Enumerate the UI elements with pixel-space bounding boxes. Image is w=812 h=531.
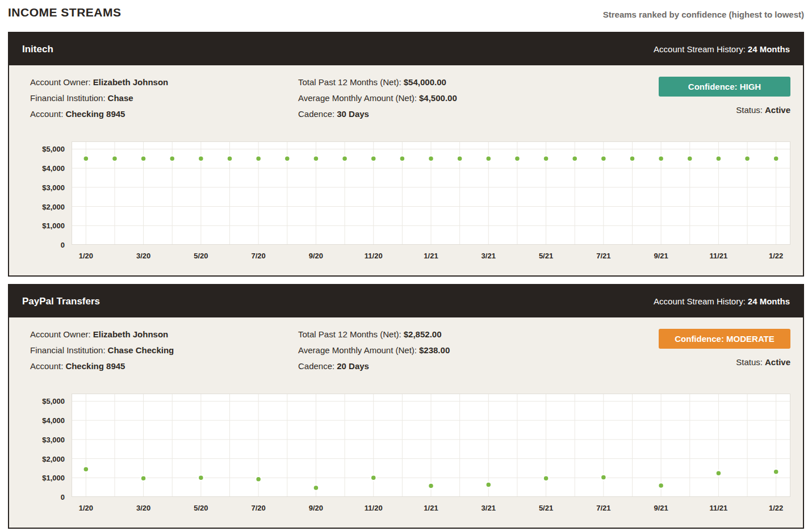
data-point: [112, 156, 118, 161]
y-axis: 0$1,000$2,000$3,000$4,000$5,000: [22, 141, 72, 245]
scatter-plot: [72, 394, 790, 497]
financial-institution-label: Financial Institution:: [30, 345, 106, 355]
average-value: $4,500.00: [419, 93, 457, 103]
account-owner-value: Elizabeth Johnson: [93, 77, 169, 87]
y-axis-tick-label: $2,000: [42, 454, 65, 463]
confidence-status-column: Confidence: HIGH Status:Active: [659, 74, 790, 118]
x-axis-tick-label: 11/20: [365, 252, 383, 260]
x-axis: 1/203/205/207/209/2011/201/213/215/217/2…: [72, 249, 790, 266]
data-point: [141, 475, 147, 481]
data-point: [428, 483, 434, 489]
x-axis-tick-label: 1/21: [424, 504, 438, 512]
x-axis-tick-label: 1/21: [424, 252, 438, 260]
account-owner-label: Account Owner:: [30, 77, 91, 87]
data-point: [715, 470, 721, 476]
status-value: Active: [765, 357, 790, 367]
data-point: [198, 475, 204, 480]
average-monthly-line: Average Monthly Amount (Net):$238.00: [298, 342, 659, 358]
data-point: [485, 482, 491, 487]
x-axis-tick-label: 7/21: [596, 252, 610, 260]
account-owner-label: Account Owner:: [30, 329, 91, 339]
status-label: Status:: [736, 357, 763, 367]
x-axis-tick-label: 9/21: [654, 504, 668, 512]
x-axis-tick-label: 1/22: [769, 504, 783, 512]
average-monthly-line: Average Monthly Amount (Net):$4,500.00: [298, 90, 659, 106]
x-axis-tick-label: 11/21: [709, 504, 727, 512]
cadence-line: Cadence:20 Days: [298, 358, 659, 374]
stream-card-header: PayPal Transfers Account Stream History:…: [9, 285, 803, 317]
total-past-12-months-line: Total Past 12 Months (Net):$2,852.00: [298, 327, 659, 342]
data-point: [256, 156, 261, 161]
x-axis: 1/203/205/207/209/2011/201/213/215/217/2…: [72, 501, 790, 519]
account-owner-line: Account Owner:Elizabeth Johnson: [30, 74, 288, 90]
account-value: Checking 8945: [65, 109, 125, 119]
account-details: Account Owner:Elizabeth Johnson Financia…: [22, 74, 288, 122]
data-point: [687, 156, 693, 161]
confidence-status-column: Confidence: MODERATE Status:Active: [659, 327, 790, 370]
cadence-line: Cadence:30 Days: [298, 106, 659, 122]
y-axis-tick-label: 0: [61, 241, 65, 249]
data-point: [543, 156, 549, 161]
stream-info-row: Account Owner:Elizabeth Johnson Financia…: [22, 327, 790, 374]
cadence-value: 30 Days: [337, 109, 369, 119]
data-point: [428, 156, 434, 161]
y-axis: 0$1,000$2,000$3,000$4,000$5,000: [22, 394, 72, 497]
x-axis-tick-label: 3/21: [482, 504, 496, 512]
stream-card-paypal-transfers: PayPal Transfers Account Stream History:…: [8, 284, 804, 529]
y-axis-tick-label: $5,000: [42, 145, 65, 153]
data-point: [572, 156, 577, 161]
confidence-badge-moderate: Confidence: MODERATE: [659, 329, 790, 349]
stream-card-header: Initech Account Stream History:24 Months: [9, 33, 803, 65]
history-value: 24 Months: [748, 44, 790, 54]
account-stream-history: Account Stream History:24 Months: [654, 44, 790, 54]
x-axis-tick-label: 5/21: [539, 504, 553, 512]
x-axis-tick-label: 5/21: [539, 252, 553, 260]
stream-info-row: Account Owner:Elizabeth Johnson Financia…: [22, 74, 790, 122]
x-axis-tick-label: 5/20: [194, 504, 208, 512]
x-axis-tick-label: 7/20: [252, 252, 266, 260]
y-axis-tick-label: $4,000: [42, 416, 65, 425]
x-axis-tick-label: 1/20: [79, 504, 93, 512]
data-point: [457, 156, 463, 161]
scatter-plot: [72, 141, 790, 245]
account-line: Account:Checking 8945: [30, 358, 288, 374]
average-label: Average Monthly Amount (Net):: [298, 345, 417, 355]
account-label: Account:: [30, 361, 63, 371]
y-axis-tick-label: $2,000: [42, 202, 65, 211]
y-axis-tick-label: $5,000: [42, 397, 65, 405]
data-point: [284, 156, 290, 161]
cadence-label: Cadence:: [298, 109, 334, 119]
data-point: [256, 476, 261, 482]
financial-institution-label: Financial Institution:: [30, 93, 106, 103]
data-point: [773, 469, 779, 475]
x-axis-tick-label: 1/22: [769, 252, 783, 260]
page-title: INCOME STREAMS: [8, 6, 122, 19]
financial-institution-line: Financial Institution:Chase: [30, 90, 288, 106]
financial-institution-value: Chase: [108, 93, 133, 103]
data-point: [198, 156, 204, 161]
page-header: INCOME STREAMS Streams ranked by confide…: [8, 6, 804, 19]
x-axis-tick-label: 9/20: [309, 504, 323, 512]
data-point: [514, 156, 520, 161]
y-axis-tick-label: 0: [61, 493, 65, 501]
account-stream-history: Account Stream History:24 Months: [654, 296, 790, 306]
account-line: Account:Checking 8945: [30, 106, 288, 122]
stream-metrics: Total Past 12 Months (Net):$54,000.00 Av…: [288, 74, 659, 122]
data-point: [601, 156, 606, 161]
x-axis-tick-label: 5/20: [194, 252, 208, 260]
total-past-12-months-line: Total Past 12 Months (Net):$54,000.00: [298, 74, 659, 90]
data-point: [399, 156, 405, 161]
average-value: $238.00: [419, 345, 450, 355]
data-point: [83, 156, 89, 161]
account-owner-line: Account Owner:Elizabeth Johnson: [30, 327, 288, 342]
data-point: [371, 475, 376, 480]
x-axis-tick-label: 7/21: [596, 504, 610, 512]
plot-area: 1/203/205/207/209/2011/201/213/215/217/2…: [72, 141, 790, 266]
x-axis-tick-label: 3/20: [136, 252, 150, 260]
history-label: Account Stream History:: [654, 296, 746, 306]
account-owner-value: Elizabeth Johnson: [93, 329, 169, 339]
status-label: Status:: [736, 105, 763, 115]
x-axis-tick-label: 3/20: [136, 504, 150, 512]
cadence-label: Cadence:: [298, 361, 334, 371]
stream-name: Initech: [22, 44, 53, 55]
